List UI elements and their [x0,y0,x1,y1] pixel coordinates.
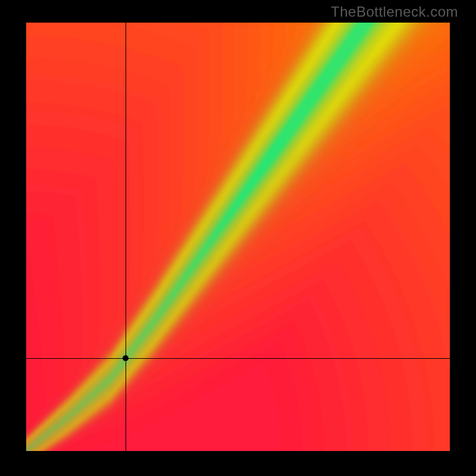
heatmap-plot [26,23,450,451]
chart-frame: TheBottleneck.com [0,0,476,476]
heatmap-canvas [26,23,450,451]
crosshair-vertical [126,23,127,451]
crosshair-horizontal [26,358,450,359]
watermark-text: TheBottleneck.com [331,4,458,20]
